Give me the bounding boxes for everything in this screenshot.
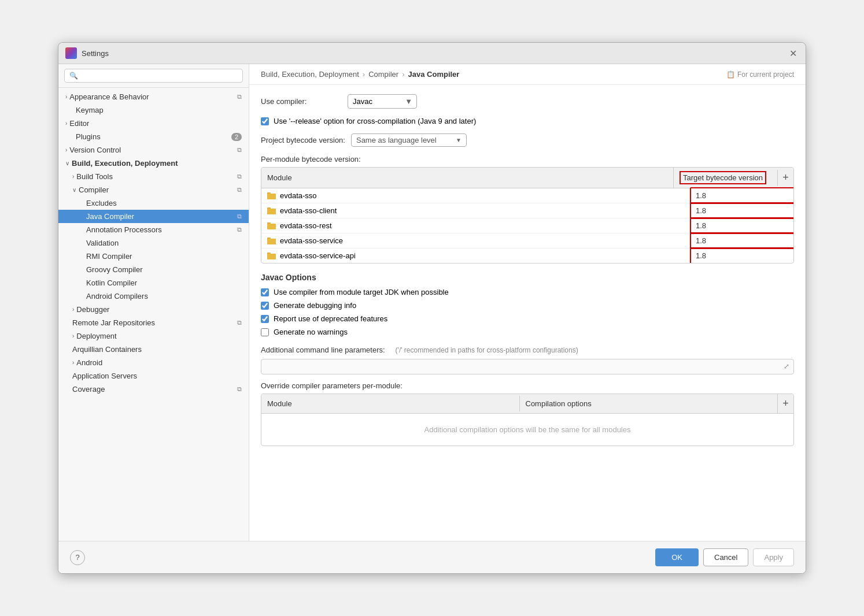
option3-checkbox[interactable] (261, 315, 269, 323)
sidebar-item-label: Android Compilers (86, 292, 148, 300)
sidebar-item-label: Java Compiler (86, 212, 134, 221)
cross-compilation-checkbox[interactable] (261, 117, 269, 125)
option1-label: Use compiler from module target JDK when… (274, 288, 449, 296)
copy-icon: ⧉ (237, 319, 242, 326)
sidebar-item-rmi-compiler[interactable]: RMI Compiler (58, 250, 249, 263)
module-cell: evdata-sso-client (261, 203, 689, 218)
table-add-button[interactable]: + (777, 170, 793, 186)
sidebar-item-label: Validation (86, 239, 119, 247)
override-empty-text: Additional compilation options will be t… (424, 425, 631, 434)
sidebar-item-android[interactable]: › Android (58, 356, 249, 369)
sidebar-item-groovy-compiler[interactable]: Groovy Compiler (58, 263, 249, 276)
sidebar-item-label: Android (76, 358, 102, 367)
javac-options-title: Javac Options (261, 273, 794, 282)
chevron-icon: › (65, 94, 67, 100)
sidebar-item-keymap[interactable]: Keymap (58, 103, 249, 117)
version-cell: 1.8 (689, 218, 793, 233)
table-row: evdata-sso-service 1.8 (261, 233, 793, 248)
sidebar-item-validation[interactable]: Validation (58, 236, 249, 250)
sidebar-item-label: Plugins (76, 132, 101, 141)
module-cell: evdata-sso-service-api (261, 248, 689, 263)
col-target-text: Target bytecode version (680, 171, 766, 184)
cmd-params-hint: ('/' recommended in paths for cross-plat… (396, 346, 578, 354)
dialog-title: Settings (82, 49, 109, 58)
sidebar-item-excludes[interactable]: Excludes (58, 196, 249, 210)
bytecode-version-row: Project bytecode version: Same as langua… (261, 133, 794, 147)
module-cell: evdata-sso-service (261, 233, 689, 248)
title-bar: Settings ✕ (58, 43, 806, 64)
sidebar-item-appearance[interactable]: › Appearance & Behavior ⧉ (58, 90, 249, 103)
folder-icon (267, 252, 276, 260)
option1-checkbox[interactable] (261, 288, 269, 296)
sidebar-item-version-control[interactable]: › Version Control ⧉ (58, 143, 249, 157)
svg-rect-11 (267, 239, 276, 244)
chevron-icon: › (72, 173, 74, 180)
sidebar-item-debugger[interactable]: › Debugger (58, 303, 249, 316)
module-name: evdata-sso-service-api (280, 251, 356, 260)
plugin-badge: 2 (231, 133, 242, 141)
copy-icon: ⧉ (237, 385, 242, 393)
col-target-header: Target bytecode version (673, 168, 777, 188)
sidebar-item-editor[interactable]: › Editor (58, 117, 249, 130)
chevron-icon: › (65, 120, 67, 127)
sidebar-item-plugins[interactable]: Plugins 2 (58, 130, 249, 143)
copy-icon: ⧉ (237, 173, 242, 180)
bytecode-version-select[interactable]: Same as language level ▼ (351, 133, 467, 147)
title-bar-left: Settings (65, 47, 109, 59)
sidebar-item-kotlin-compiler[interactable]: Kotlin Compiler (58, 276, 249, 290)
option4-row: Generate no warnings (261, 328, 794, 336)
folder-icon (267, 222, 276, 230)
per-module-table: Module Target bytecode version + (261, 167, 794, 264)
sidebar-item-label: Remote Jar Repositories (72, 318, 155, 327)
sidebar-item-annotation-processors[interactable]: Annotation Processors ⧉ (58, 223, 249, 236)
help-button[interactable]: ? (70, 550, 85, 565)
sidebar-item-label: Kotlin Compiler (86, 279, 137, 287)
sidebar-item-build-exec-deploy[interactable]: ∨ Build, Execution, Deployment (58, 157, 249, 170)
sidebar-item-label: Keymap (76, 106, 104, 114)
override-col-options: Compilation options (519, 396, 778, 411)
module-name: evdata-sso-service (280, 236, 343, 245)
version-cell: 1.8 (689, 233, 793, 248)
sidebar-item-build-tools[interactable]: › Build Tools ⧉ (58, 170, 249, 183)
ok-button[interactable]: OK (655, 548, 699, 566)
project-icon: 📋 (726, 70, 735, 79)
breadcrumb-current: Java Compiler (408, 70, 460, 79)
cmd-params-input[interactable] (261, 359, 794, 374)
table-row: evdata-sso-rest 1.8 (261, 218, 793, 233)
per-module-label: Per-module bytecode version: (261, 155, 794, 164)
chevron-icon: ∨ (72, 187, 76, 193)
sidebar-item-deployment[interactable]: › Deployment (58, 329, 249, 343)
app-icon (65, 47, 77, 59)
override-params-label: Override compiler parameters per-module: (261, 381, 794, 390)
sidebar-item-label: Arquillian Containers (72, 345, 142, 354)
chevron-down-icon: ▼ (456, 137, 461, 143)
search-input[interactable] (64, 69, 243, 83)
sidebar-item-remote-jar[interactable]: Remote Jar Repositories ⧉ (58, 316, 249, 329)
cmd-params-label: Additional command line parameters: (261, 346, 385, 354)
version-cell: 1.8 (689, 203, 793, 218)
table-row: evdata-sso-service-api 1.8 (261, 248, 793, 263)
sidebar-item-compiler[interactable]: ∨ Compiler ⧉ (58, 183, 249, 196)
sidebar: › Appearance & Behavior ⧉ Keymap › Edito… (58, 64, 249, 541)
override-col-module: Module (261, 396, 519, 411)
copy-icon: ⧉ (237, 186, 242, 194)
option2-checkbox[interactable] (261, 302, 269, 310)
sidebar-item-arquillian[interactable]: Arquillian Containers (58, 343, 249, 356)
sidebar-item-label: Version Control (69, 146, 121, 154)
sidebar-item-coverage[interactable]: Coverage ⧉ (58, 383, 249, 396)
option4-checkbox[interactable] (261, 328, 269, 336)
sidebar-item-label: RMI Compiler (86, 252, 132, 261)
override-table: Module Compilation options + Additional … (261, 394, 794, 446)
apply-button[interactable]: Apply (753, 548, 794, 566)
compiler-select[interactable]: Javac (348, 94, 417, 109)
close-button[interactable]: ✕ (787, 47, 799, 59)
sidebar-item-android-compilers[interactable]: Android Compilers (58, 290, 249, 303)
chevron-icon: › (65, 147, 67, 153)
override-table-add-button[interactable]: + (777, 394, 793, 413)
sidebar-item-java-compiler[interactable]: Java Compiler ⧉ (58, 210, 249, 223)
copy-icon: ⧉ (237, 146, 242, 154)
cancel-button[interactable]: Cancel (703, 548, 748, 566)
sidebar-item-application-servers[interactable]: Application Servers (58, 369, 249, 383)
module-cell: evdata-sso-rest (261, 218, 689, 233)
breadcrumb-part1: Build, Execution, Deployment (261, 70, 359, 79)
